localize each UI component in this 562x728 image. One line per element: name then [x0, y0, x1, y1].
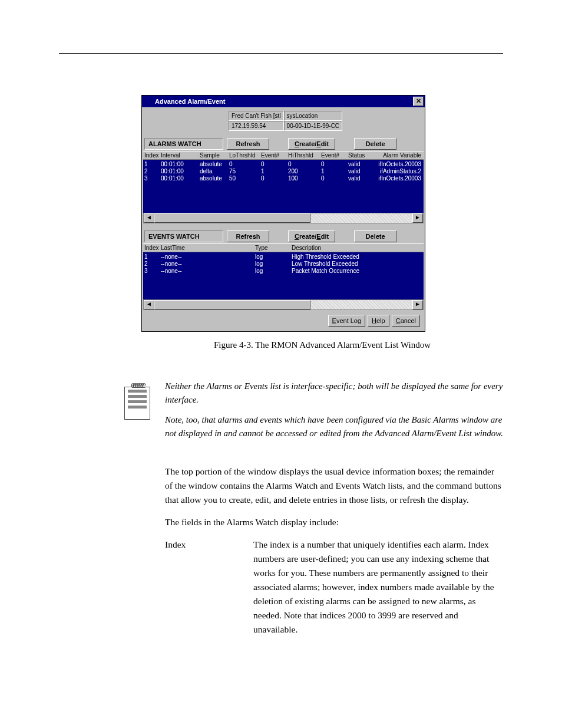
- table-row[interactable]: 3 --none-- log Packet Match Occurrence: [144, 268, 422, 275]
- events-horizontal-scrollbar[interactable]: ◄ ►: [143, 299, 424, 310]
- body-paragraph-2: The fields in the Alarms Watch display i…: [165, 515, 503, 529]
- window-icon: [144, 97, 153, 106]
- body-text: The top portion of the window displays t…: [165, 465, 503, 637]
- alarm-event-window: Advanced Alarm/Event ✕ Fred Can't Fish […: [141, 95, 425, 332]
- event-log-button[interactable]: Event Log: [328, 315, 366, 327]
- cancel-button[interactable]: Cancel: [392, 315, 420, 327]
- figure-wrapper: Advanced Alarm/Event ✕ Fred Can't Fish […: [141, 95, 503, 350]
- events-delete-button[interactable]: Delete: [354, 230, 396, 242]
- events-section-header: EVENTS WATCH Refresh Create/Edit Delete: [143, 229, 424, 243]
- scroll-thumb[interactable]: [154, 213, 310, 223]
- alarms-watch-label: ALARMS WATCH: [144, 138, 223, 150]
- scroll-right-icon[interactable]: ►: [412, 300, 423, 309]
- scroll-thumb[interactable]: [154, 300, 310, 309]
- definition-description: The index is a number that uniquely iden…: [253, 538, 503, 637]
- alarms-create-edit-button[interactable]: Create/Edit: [288, 138, 335, 150]
- note-paragraph-2: Note, too, that alarms and events which …: [165, 413, 503, 440]
- note-paragraph-1: Neither the Alarms or Events list is int…: [165, 380, 503, 406]
- table-row[interactable]: 1 --none-- log High Threshold Exceeded: [144, 253, 422, 261]
- events-column-header: Index LastTime Type Description: [143, 243, 424, 252]
- close-button[interactable]: ✕: [413, 97, 424, 106]
- titlebar: Advanced Alarm/Event ✕: [142, 95, 425, 107]
- scroll-right-icon[interactable]: ►: [412, 213, 423, 223]
- device-info: Fred Can't Fish [sti 172.19.59.54 sysLoc…: [229, 111, 424, 131]
- body-paragraph-1: The top portion of the window displays t…: [165, 465, 503, 507]
- table-row[interactable]: 1 00:01:00 absolute 0 0 0 0 valid ifInOc…: [144, 161, 422, 168]
- scroll-left-icon[interactable]: ◄: [144, 300, 154, 309]
- events-watch-label: EVENTS WATCH: [144, 230, 223, 242]
- events-data-area[interactable]: 1 --none-- log High Threshold Exceeded 2…: [143, 252, 424, 299]
- header-rule: [59, 53, 503, 54]
- alarms-section-header: ALARMS WATCH Refresh Create/Edit Delete: [143, 137, 424, 151]
- device-mac-field: 00-00-1D-1E-99-CC: [284, 121, 342, 131]
- events-refresh-button[interactable]: Refresh: [227, 230, 269, 242]
- alarms-data-area[interactable]: 1 00:01:00 absolute 0 0 0 0 valid ifInOc…: [143, 160, 424, 213]
- help-button[interactable]: Help: [368, 315, 389, 327]
- window-footer: Event Log Help Cancel: [143, 310, 424, 330]
- table-row[interactable]: 2 00:01:00 delta 75 1 200 1 valid ifAdmi…: [144, 168, 422, 175]
- definition-row: Index The index is a number that uniquel…: [165, 538, 503, 637]
- alarms-refresh-button[interactable]: Refresh: [227, 138, 269, 150]
- alarms-horizontal-scrollbar[interactable]: ◄ ►: [143, 213, 424, 223]
- table-row[interactable]: 3 00:01:00 absolute 50 0 100 0 valid ifI…: [144, 175, 422, 182]
- alarms-column-header: Index Interval Sample LoThrshld Event# H…: [143, 151, 424, 160]
- events-create-edit-button[interactable]: Create/Edit: [288, 230, 335, 242]
- alarms-delete-button[interactable]: Delete: [354, 138, 396, 150]
- device-location-field: sysLocation: [284, 111, 342, 121]
- definition-term: Index: [165, 538, 253, 637]
- table-row[interactable]: 2 --none-- log Low Threshold Exceeded: [144, 261, 422, 268]
- scroll-left-icon[interactable]: ◄: [144, 213, 154, 223]
- window-title: Advanced Alarm/Event: [155, 98, 413, 105]
- figure-caption: Figure 4-3. The RMON Advanced Alarm/Even…: [141, 340, 503, 350]
- device-ip-field: 172.19.59.54: [229, 121, 284, 131]
- note-block: eeeeeee Neither the Alarms or Events lis…: [124, 380, 503, 447]
- notepad-icon: eeeeeee: [124, 380, 151, 447]
- device-name-field: Fred Can't Fish [sti: [229, 111, 284, 121]
